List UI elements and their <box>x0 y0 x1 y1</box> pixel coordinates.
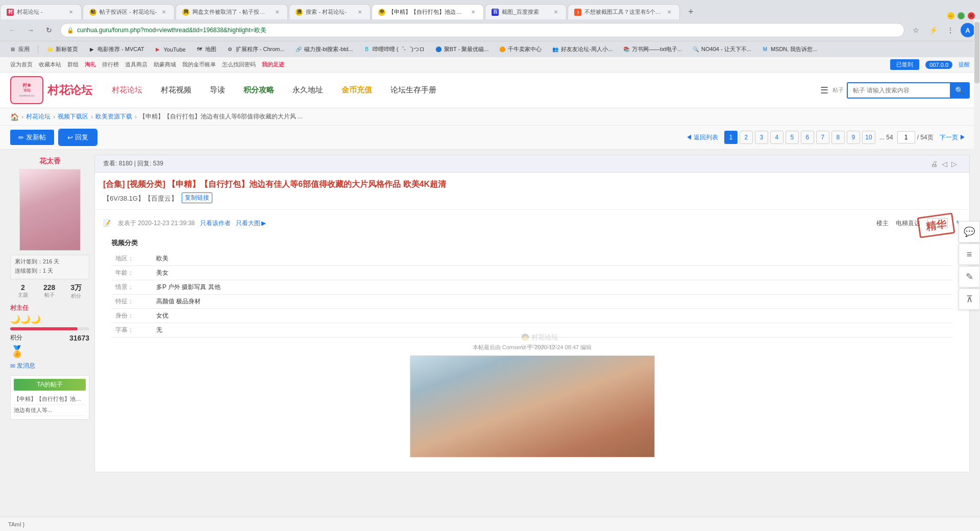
nav-permalink[interactable]: 永久地址 <box>288 83 327 98</box>
bookmark-bilibili[interactable]: B 哔哩哔哩 (゜-゜)つロ <box>359 44 429 55</box>
post-subtitle-row: 【6V/38.1G】【百度云】 复制链接 <box>103 192 961 203</box>
bookmark-qn[interactable]: 🟠 千牛卖家中心 <box>495 44 546 55</box>
bookmark-book[interactable]: 📚 万书网——txt电子... <box>619 44 686 55</box>
tab-2[interactable]: 帖 帖子投诉区 - 村花论坛- ✕ <box>83 4 175 19</box>
float-top-button[interactable]: ⊼ <box>959 288 980 310</box>
copy-link-button[interactable]: 复制链接 <box>182 192 212 203</box>
page-1[interactable]: 1 <box>724 131 738 144</box>
tab-5[interactable]: 申 【申精】【自行打包】池边有佳人等 ✕ <box>372 4 484 19</box>
bookmark-jubt[interactable]: 🔵 聚BT - 聚最优磁... <box>431 44 493 55</box>
tab-6[interactable]: 百 截图_百度搜索 ✕ <box>485 4 567 19</box>
post-new-button[interactable]: ✏ 发新帖 <box>10 130 54 145</box>
bookmark-site-link[interactable]: 收藏本站 <box>39 61 61 68</box>
float-chat-button[interactable]: 💬 <box>959 221 980 243</box>
tab-close-5[interactable]: ✕ <box>469 8 477 16</box>
nav-recharge[interactable]: 金币充值 <box>337 83 376 98</box>
bc-western-link[interactable]: 欧美资源下载 <box>95 112 132 121</box>
print-icon[interactable]: 🖨 <box>930 160 938 168</box>
tools-shop-link[interactable]: 道具商店 <box>125 61 148 68</box>
nav-manual[interactable]: 论坛生存手册 <box>386 83 440 98</box>
my-footprint-link[interactable]: 我的足迹 <box>262 61 284 68</box>
tab-close-1[interactable]: ✕ <box>67 8 75 16</box>
view-author-link[interactable]: 只看该作者 <box>200 219 231 228</box>
next-page-link[interactable]: 下一页 ▶ <box>936 132 970 143</box>
nav-video[interactable]: 村花视频 <box>157 83 195 98</box>
groups-link[interactable]: 群组 <box>67 61 79 68</box>
tab-close-2[interactable]: ✕ <box>160 8 168 16</box>
page-4[interactable]: 4 <box>770 131 783 144</box>
bookmark-magnet[interactable]: 🔗 磁力搜-bt搜索-btd... <box>291 44 357 55</box>
bookmark-friend[interactable]: 👥 好友友论坛-周人小... <box>548 44 617 55</box>
bc-forum-link[interactable]: 村花论坛 <box>26 112 51 121</box>
search-button[interactable]: 🔍 <box>950 83 969 98</box>
bookmark-mvcat[interactable]: ▶ 电影推荐 - MVCAT <box>84 44 148 55</box>
ta-post-1[interactable]: 池边有佳人等... <box>14 405 86 416</box>
ranking-link[interactable]: 排行榜 <box>102 61 119 68</box>
tab-close-6[interactable]: ✕ <box>552 8 560 16</box>
float-edit-button[interactable]: ✎ <box>959 266 980 287</box>
profile-avatar[interactable]: A <box>961 23 975 37</box>
prev-post-icon[interactable]: ◁ <box>942 160 947 168</box>
stat-posts-num: 228 <box>43 283 55 292</box>
bookmark-chrome-ext[interactable]: ⚙ 扩展程序 - Chrom... <box>223 44 289 55</box>
bc-video-link[interactable]: 视频下载区 <box>58 112 88 121</box>
next-post-icon[interactable]: ▷ <box>951 160 957 168</box>
page-input[interactable] <box>897 131 915 143</box>
page-9[interactable]: 9 <box>847 131 860 144</box>
add-tab-button[interactable]: + <box>683 4 698 19</box>
back-button[interactable]: ← <box>5 23 19 37</box>
tab-close-3[interactable]: ✕ <box>273 8 281 16</box>
page-10[interactable]: 10 <box>862 131 875 144</box>
maximize-button[interactable]: □ <box>958 12 965 19</box>
bookmark-star-icon[interactable]: ☆ <box>909 23 923 37</box>
tab-7[interactable]: ! 不想被截图工具？这里有5个V... ✕ <box>568 4 680 19</box>
reply-button[interactable]: ↩ 回复 <box>59 130 96 145</box>
taoli-link[interactable]: 淘礼 <box>85 61 96 68</box>
search-input[interactable] <box>848 84 950 96</box>
bookmark-youtube[interactable]: ▶ YouTube <box>150 44 189 55</box>
tab-1[interactable]: 村 村花论坛 - ✕ <box>0 4 82 19</box>
bookmark-apps[interactable]: ⊞ 应用 <box>5 44 34 55</box>
bookmark-no404[interactable]: 🔍 NO404 - 让天下不... <box>688 44 755 55</box>
close-button[interactable]: ✕ <box>968 12 975 19</box>
tab-close-7[interactable]: ✕ <box>665 8 673 16</box>
message-link[interactable]: ✉ 发消息 <box>10 361 89 370</box>
bookmark-newtab[interactable]: 🌟 新标签页 <box>42 44 82 55</box>
reload-button[interactable]: ↻ <box>42 23 56 37</box>
page-2[interactable]: 2 <box>740 131 753 144</box>
nav-forum[interactable]: 村花论坛 <box>108 83 146 98</box>
page-6[interactable]: 6 <box>801 131 814 144</box>
tab-title-2: 帖子投诉区 - 村花论坛- <box>100 8 157 16</box>
page-8[interactable]: 8 <box>831 131 845 144</box>
bookmark-map[interactable]: 🗺 地图 <box>192 44 220 55</box>
set-homepage-link[interactable]: 设为首页 <box>10 61 33 68</box>
url-bar[interactable]: 🔒 cunhua.guru/forum.php?mod=viewthread&t… <box>60 23 904 37</box>
donate-shop-link[interactable]: 助豪商城 <box>154 61 176 68</box>
site-logo[interactable]: 村❀ 论坛 cunhua.cc <box>10 76 43 104</box>
view-bigimg-link[interactable]: 只看大图 ▶ <box>236 219 266 228</box>
nav-score[interactable]: 积分攻略 <box>239 83 278 98</box>
page-3[interactable]: 3 <box>755 131 768 144</box>
float-list-button[interactable]: ≡ <box>959 244 980 265</box>
extensions-icon[interactable]: ⚡ <box>926 23 940 37</box>
back-to-list-link[interactable]: ◀ 返回列表 <box>682 132 722 143</box>
bottom-bar-text: TAmI } <box>8 521 24 527</box>
bookmark-msdn[interactable]: M MSDN, 我告诉您... <box>757 44 822 55</box>
submit-btn[interactable]: 提醒 <box>959 61 970 68</box>
nav-guide[interactable]: 导读 <box>206 83 229 98</box>
tab-3[interactable]: 网 网盘文件被取消了 - 帖子投诉区 - ✕ <box>176 4 288 19</box>
scrollbar-thumb[interactable] <box>974 22 979 83</box>
ta-post-0[interactable]: 【申精】【自行打包】池边有佳人等... <box>14 394 86 405</box>
page-5[interactable]: 5 <box>786 131 799 144</box>
minimize-button[interactable]: ─ <box>947 12 954 19</box>
hamburger-icon[interactable]: ☰ <box>820 85 828 96</box>
find-password-link[interactable]: 怎么找回密码 <box>222 61 256 68</box>
tab-close-4[interactable]: ✕ <box>356 8 364 16</box>
sign-in-button[interactable]: 已签到 <box>890 59 919 70</box>
my-coins-link[interactable]: 我的金币账单 <box>182 61 216 68</box>
home-link[interactable]: 🏠 <box>10 113 19 121</box>
page-7[interactable]: 7 <box>816 131 829 144</box>
forward-button[interactable]: → <box>23 23 38 37</box>
settings-icon[interactable]: ⋮ <box>943 23 958 37</box>
tab-4[interactable]: 搜 搜索 - 村花论坛- ✕ <box>289 4 371 19</box>
